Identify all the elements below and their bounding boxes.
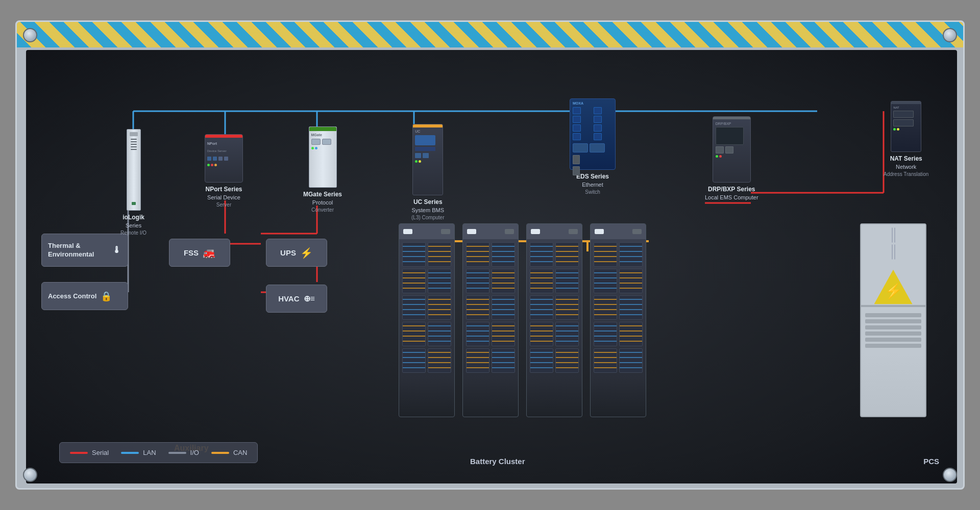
battery-indicator [531,229,540,234]
uc-label: UC Series System BMS (L3) Computer [411,198,444,221]
ups-box[interactable]: UPS ⚡ [266,239,327,267]
legend-serial: Serial [70,449,109,456]
pcs-unit: ⚡ [860,223,926,417]
legend-can: CAN [211,449,247,456]
hvac-label: HVAC [278,294,299,303]
lan-line-sample [121,452,139,454]
battery-indicator [403,229,412,234]
fss-box[interactable]: FSS 🚒 [169,239,230,267]
legend-box: Serial LAN I/O CAN [59,442,258,463]
nport-body: NPort Device Server [205,134,243,183]
battery-indicator-2 [569,229,578,234]
battery-unit-1 [399,223,455,417]
pcs-bottom-section [861,306,925,352]
io-line-sample [168,452,186,454]
uc-device: UC UC Series System BMS (L [411,124,444,221]
thermal-environmental-box[interactable]: Thermal & Environmental 🌡 [41,234,128,267]
hazard-stripe [17,22,963,47]
legend-lan: LAN [121,449,156,456]
mgate-device: MGate MGate Series Protocol Converter [303,126,342,214]
fss-label: FSS [184,248,199,257]
hvac-box[interactable]: HVAC ⊕≡ [266,285,327,313]
drp-body: DRP/BXP [713,116,751,183]
drp-label: DRP/BXP Series Local EMS Computer [705,185,758,201]
battery-indicator-2 [505,229,514,234]
thermometer-icon: 🌡 [112,245,121,256]
nat-label: NAT Series Network Address Translation [884,155,928,178]
iologik-device: ioLogik Series Remote I/O [120,129,146,237]
eds-device: MOXA [570,98,616,196]
hvac-icon: ⊕≡ [304,294,315,303]
battery-indicator-2 [441,229,450,234]
thermal-label-text: Thermal & Environmental [48,242,108,259]
lan-label: LAN [143,449,156,456]
can-line-sample [211,452,229,454]
nat-body: NAT [891,101,921,152]
can-label: CAN [233,449,247,456]
iologik-label: ioLogik Series Remote I/O [120,213,146,237]
bolt-bottom-left [23,468,37,482]
lock-icon: 🔒 [101,291,112,302]
battery-unit-4 [590,223,646,417]
bolt-top-right [943,28,957,42]
serial-line-sample [70,452,88,454]
power-icon: ⚡ [300,247,313,259]
bolt-top-left [23,28,37,42]
serial-label: Serial [92,449,109,456]
ups-label: UPS [280,248,296,257]
eds-body: MOXA [570,98,616,170]
uc-body: UC [412,124,443,195]
legend-io: I/O [168,449,199,456]
drp-device: DRP/BXP DRP/BXP Series Local EMS Compute… [705,116,758,201]
fire-sprinkler-icon: 🚒 [203,247,215,259]
pcs-label: PCS [923,457,939,466]
battery-indicator [467,229,476,234]
bolt-bottom-right [943,468,957,482]
access-control-box[interactable]: Access Control 🔒 [41,282,128,310]
nport-label: NPort Series Serial Device Server [205,185,242,209]
diagram-area: Thermal & Environmental 🌡 Access Control… [26,50,957,483]
pcs-top-section: ⚡ [861,224,925,306]
mgate-body: MGate [309,126,337,188]
battery-unit-2 [462,223,519,417]
iologik-body [127,129,141,211]
battery-indicator [595,229,604,234]
access-label-text: Access Control [48,292,96,300]
battery-unit-3 [526,223,582,417]
nat-device: NAT NAT Series Network Address Translati… [884,101,928,178]
mgate-label: MGate Series Protocol Converter [303,190,342,214]
outer-frame: Thermal & Environmental 🌡 Access Control… [15,20,965,490]
io-label: I/O [190,449,199,456]
nport-device: NPort Device Server NPort Series Serial … [205,134,243,209]
battery-indicator-2 [632,229,642,234]
battery-cluster-label: Battery Cluster [470,457,525,466]
